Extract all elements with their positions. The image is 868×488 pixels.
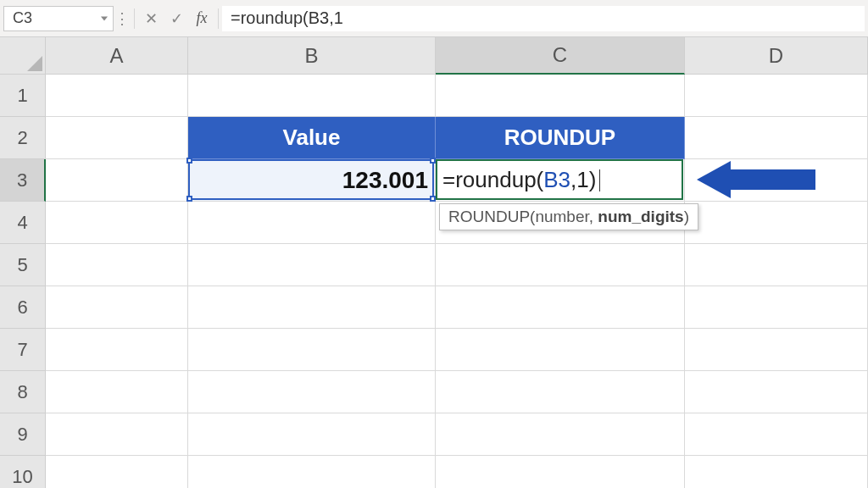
fx-button[interactable]: fx — [189, 9, 214, 27]
cell-D5[interactable] — [685, 244, 868, 286]
cell-C3[interactable]: =roundup(B3,1) — [436, 159, 685, 202]
divider — [218, 8, 219, 29]
row-header-8[interactable]: 8 — [0, 371, 46, 413]
cell-B7[interactable] — [188, 329, 436, 371]
row-header-4[interactable]: 4 — [0, 202, 46, 244]
chevron-down-icon[interactable] — [101, 16, 108, 20]
row-header-2[interactable]: 2 — [0, 117, 46, 159]
cell-D2[interactable] — [685, 117, 868, 159]
cell-B8[interactable] — [188, 371, 436, 413]
cell-A5[interactable] — [46, 244, 188, 286]
select-all-corner[interactable] — [0, 37, 46, 75]
formula-input[interactable]: =roundup(B3,1 — [222, 6, 865, 31]
cell-reference: B3 — [543, 167, 570, 193]
cell-B4[interactable] — [188, 202, 436, 244]
column-headers: ABCD — [46, 37, 868, 75]
cell-C8[interactable] — [436, 371, 685, 413]
column-header-B[interactable]: B — [188, 37, 436, 75]
column-header-A[interactable]: A — [46, 37, 188, 75]
cell-C6[interactable] — [436, 286, 685, 329]
cell-C1[interactable] — [436, 75, 685, 117]
cell-B2[interactable]: Value — [188, 117, 436, 159]
tooltip-arg2[interactable]: num_digits — [598, 208, 683, 225]
divider — [134, 8, 135, 29]
cell-D7[interactable] — [685, 329, 868, 371]
cell-C9[interactable] — [436, 413, 685, 456]
cell-A6[interactable] — [46, 286, 188, 329]
cell-A3[interactable] — [46, 159, 188, 202]
cell-B6[interactable] — [188, 286, 436, 329]
cell-A9[interactable] — [46, 413, 188, 456]
cell-B10[interactable] — [188, 456, 436, 488]
cell-C2[interactable]: ROUNDUP — [436, 117, 685, 159]
cell-A10[interactable] — [46, 456, 188, 488]
row-header-10[interactable]: 10 — [0, 456, 46, 488]
cell-A2[interactable] — [46, 117, 188, 159]
name-box[interactable]: C3 — [3, 6, 114, 31]
cell-D6[interactable] — [685, 286, 868, 329]
cell-B5[interactable] — [188, 244, 436, 286]
row-header-9[interactable]: 9 — [0, 413, 46, 456]
row-header-6[interactable]: 6 — [0, 286, 46, 329]
row-headers: 12345678910 — [0, 75, 46, 488]
row-header-5[interactable]: 5 — [0, 244, 46, 286]
tooltip-arg1[interactable]: number — [535, 208, 588, 225]
cell-D8[interactable] — [685, 371, 868, 413]
pointer-arrow-icon — [697, 161, 815, 198]
cell-D4[interactable] — [685, 202, 868, 244]
formula-bar: C3 ⋮ ✕ ✓ fx =roundup(B3,1 — [0, 0, 868, 37]
name-box-value: C3 — [13, 9, 32, 27]
formula-text: =roundup(B3,1 — [231, 8, 343, 28]
cell-C7[interactable] — [436, 329, 685, 371]
cell-A1[interactable] — [46, 75, 188, 117]
cancel-formula-button[interactable]: ✕ — [138, 9, 164, 28]
cell-A4[interactable] — [46, 202, 188, 244]
cell-A8[interactable] — [46, 371, 188, 413]
cell-D10[interactable] — [685, 456, 868, 488]
cell-B9[interactable] — [188, 413, 436, 456]
tooltip-fn-name: ROUNDUP — [448, 208, 530, 225]
function-tooltip[interactable]: ROUNDUP(number, num_digits) — [439, 203, 698, 230]
confirm-formula-button[interactable]: ✓ — [164, 9, 189, 28]
text-cursor-icon — [599, 169, 600, 191]
cell-C10[interactable] — [436, 456, 685, 488]
cell-D9[interactable] — [685, 413, 868, 456]
cell-C5[interactable] — [436, 244, 685, 286]
cell-B3[interactable]: 123.001 — [188, 159, 436, 202]
row-header-7[interactable]: 7 — [0, 329, 46, 371]
name-box-separator: ⋮ — [114, 9, 131, 28]
column-header-C[interactable]: C — [436, 37, 685, 75]
column-header-D[interactable]: D — [685, 37, 868, 75]
row-header-1[interactable]: 1 — [0, 75, 46, 117]
cell-B1[interactable] — [188, 75, 436, 117]
cell-D1[interactable] — [685, 75, 868, 117]
cells-area[interactable]: ValueROUNDUP123.001=roundup(B3,1) — [46, 75, 868, 488]
row-header-3[interactable]: 3 — [0, 159, 46, 202]
cell-A7[interactable] — [46, 329, 188, 371]
